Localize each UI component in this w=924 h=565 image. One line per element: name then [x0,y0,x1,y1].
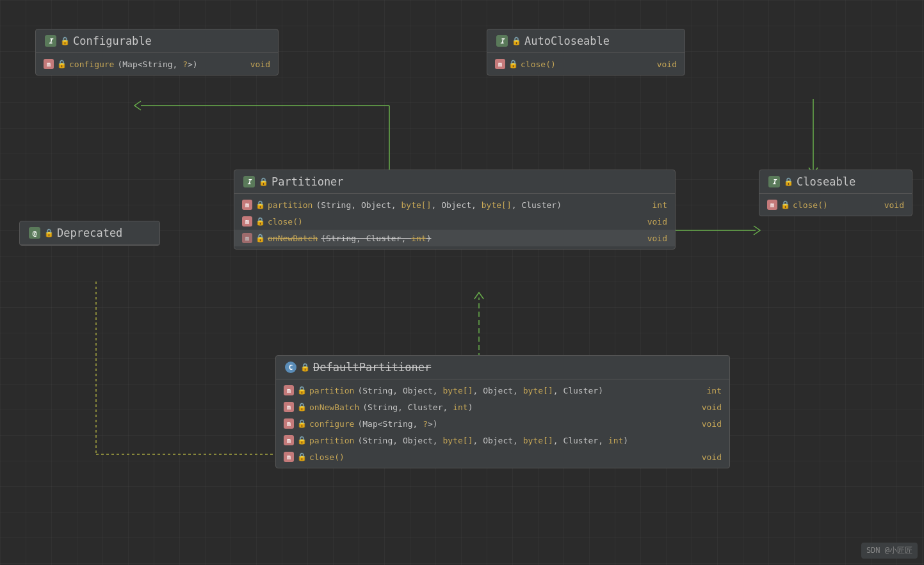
method-icon: m [284,418,294,429]
method-name: partition [309,436,354,445]
partitioner-interface-icon: I [243,176,255,187]
lock-icon: 🔒 [255,200,264,209]
method-return: void [702,452,722,462]
closeable-interface-icon: I [768,176,780,187]
closeable-close-method: m 🔒 close() void [759,196,912,213]
closeable-box: I 🔒 Closeable m 🔒 close() void [759,170,912,216]
partitioner-lock-icon: 🔒 [259,177,268,186]
watermark: SDN @小匠匠 [861,543,918,559]
configurable-interface-icon: I [45,35,56,47]
partitioner-close-method: m 🔒 close() void [234,213,675,230]
configurable-methods: m 🔒 configure (Map<String, ?>) void [36,53,278,75]
watermark-text: SDN @小匠匠 [866,545,912,556]
method-return: void [647,234,667,243]
defaultpartitioner-lock-icon: 🔒 [300,363,309,372]
method-name: close() [793,200,828,210]
lock-icon: 🔒 [297,436,306,445]
configurable-lock-icon: 🔒 [60,36,69,45]
defaultpartitioner-title-text: DefaultPartitioner [313,361,431,374]
closeable-methods: m 🔒 close() void [759,194,912,216]
lock-icon: 🔒 [297,419,306,428]
lock-icon: 🔒 [57,60,66,68]
configurable-box: I 🔒 Configurable m 🔒 configure (Map<Stri… [35,29,279,76]
dp-onnewbatch-method: m 🔒 onNewBatch (String, Cluster, int) vo… [276,399,729,415]
method-name: partition [309,386,354,395]
method-icon: m [495,59,505,69]
method-name: close() [268,217,303,227]
method-params: (String, Cluster, int) [362,402,473,412]
method-icon: m [44,59,54,69]
closeable-lock-icon: 🔒 [784,177,793,186]
partitioner-box: I 🔒 Partitioner m 🔒 partition (String, O… [234,170,676,250]
autocloseable-interface-icon: I [496,35,508,47]
method-return: void [647,217,667,227]
lock-icon: 🔒 [297,452,306,461]
dp-configure-method: m 🔒 configure (Map<String, ?>) void [276,415,729,432]
method-icon: m [242,233,252,243]
autocloseable-title: I 🔒 AutoCloseable [487,29,685,53]
method-params: (String, Object, byte[], Object, byte[],… [357,436,628,445]
partitioner-partition-method: m 🔒 partition (String, Object, byte[], O… [234,196,675,213]
autocloseable-lock-icon: 🔒 [512,36,521,45]
method-name: configure [309,419,354,429]
lock-icon: 🔒 [297,386,306,395]
autocloseable-close-method: m 🔒 close() void [487,56,685,72]
method-return: int [652,200,667,210]
method-params: (Map<String, ?>) [117,60,197,69]
closeable-title: I 🔒 Closeable [759,170,912,194]
lock-icon: 🔒 [508,60,517,68]
deprecated-box: @ 🔒 Deprecated [19,221,160,246]
method-icon: m [284,452,294,462]
dp-partition-method1: m 🔒 partition (String, Object, byte[], O… [276,382,729,399]
defaultpartitioner-methods: m 🔒 partition (String, Object, byte[], O… [276,379,729,468]
method-name: onNewBatch [309,402,359,412]
defaultpartitioner-class-icon: C [285,362,296,373]
method-name: configure [69,60,114,69]
partitioner-title: I 🔒 Partitioner [234,170,675,194]
method-return: void [702,419,722,429]
partitioner-title-text: Partitioner [272,175,344,188]
method-return: void [657,60,677,69]
configurable-title: I 🔒 Configurable [36,29,278,53]
method-name: close() [521,60,556,69]
method-name: close() [309,452,344,462]
method-return: void [702,402,722,412]
method-params: (String, Object, byte[], Object, byte[],… [316,200,562,210]
method-name: partition [268,200,312,210]
method-icon: m [284,435,294,445]
defaultpartitioner-box: C 🔒 DefaultPartitioner m 🔒 partition (St… [275,355,730,468]
method-params: (Map<String, ?>) [357,419,437,429]
method-icon: m [284,402,294,412]
method-params: (String, Cluster, int) [321,234,431,243]
configurable-title-text: Configurable [73,35,152,47]
method-icon: m [242,200,252,210]
method-name: onNewBatch [268,234,318,243]
partitioner-methods: m 🔒 partition (String, Object, byte[], O… [234,194,675,249]
deprecated-title-text: Deprecated [57,227,122,239]
lock-icon: 🔒 [297,402,306,411]
lock-icon: 🔒 [255,217,264,226]
method-return: int [707,386,722,395]
method-return: void [250,60,270,69]
method-icon: m [284,385,294,395]
lock-icon: 🔒 [255,234,264,243]
method-params: (String, Object, byte[], Object, byte[],… [357,386,603,395]
autocloseable-box: I 🔒 AutoCloseable m 🔒 close() void [487,29,685,76]
dp-partition-method2: m 🔒 partition (String, Object, byte[], O… [276,432,729,449]
defaultpartitioner-title: C 🔒 DefaultPartitioner [276,356,729,379]
autocloseable-methods: m 🔒 close() void [487,53,685,75]
dp-close-method: m 🔒 close() void [276,449,729,465]
configurable-configure-method: m 🔒 configure (Map<String, ?>) void [36,56,278,72]
deprecated-lock-icon: 🔒 [44,228,53,237]
autocloseable-title-text: AutoCloseable [524,35,610,47]
method-icon: m [242,216,252,227]
method-icon: m [767,200,777,210]
deprecated-annotation-icon: @ [29,227,40,239]
partitioner-onnewbatch-method: m 🔒 onNewBatch (String, Cluster, int) vo… [234,230,675,246]
deprecated-title: @ 🔒 Deprecated [20,221,159,245]
lock-icon: 🔒 [781,200,790,209]
closeable-title-text: Closeable [797,175,855,188]
method-return: void [884,200,904,210]
